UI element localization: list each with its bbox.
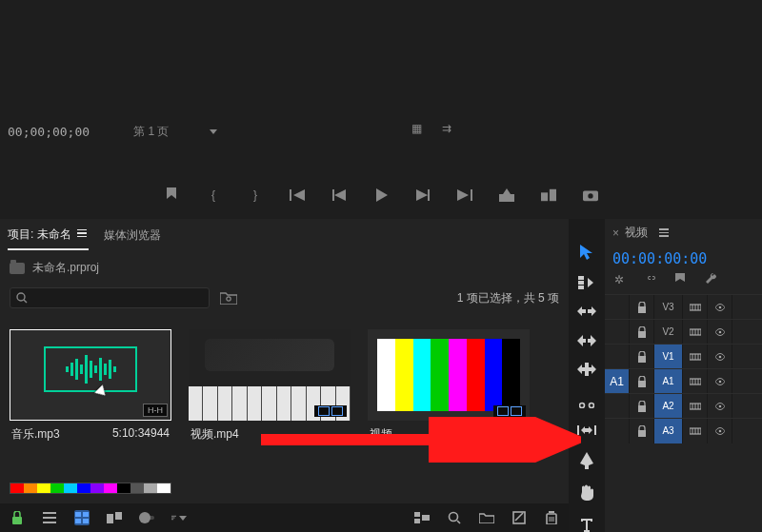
step-forward-icon[interactable]: [415, 187, 431, 204]
timeline-tab-label[interactable]: 视频: [625, 225, 648, 241]
toggle-output-icon[interactable]: [708, 369, 732, 394]
new-bin-icon[interactable]: [479, 510, 494, 525]
toggle-output-icon[interactable]: [708, 295, 732, 320]
insert-overwrite-icon[interactable]: [541, 187, 556, 204]
project-item-video[interactable]: 视频.mp4: [189, 329, 351, 448]
tool-razor[interactable]: [576, 391, 597, 408]
play-icon[interactable]: [373, 187, 389, 204]
tab-media-browser[interactable]: 媒体浏览器: [104, 227, 161, 250]
tool-type[interactable]: [576, 517, 597, 532]
source-patch[interactable]: [605, 419, 630, 443]
page-selector[interactable]: 第 1 页: [128, 122, 217, 142]
tool-rate-stretch[interactable]: [576, 363, 597, 376]
sync-lock-icon[interactable]: [683, 369, 708, 394]
snap-icon[interactable]: ✲: [614, 273, 628, 286]
page-selector-label: 第 1 页: [128, 122, 204, 142]
sync-lock-icon[interactable]: [683, 295, 708, 320]
tool-selection[interactable]: [576, 244, 597, 261]
find-icon[interactable]: [447, 510, 462, 525]
list-view-icon[interactable]: [42, 510, 57, 525]
new-item-icon[interactable]: [511, 510, 527, 525]
source-patch[interactable]: [605, 320, 630, 345]
menu-icon[interactable]: [77, 229, 89, 241]
marker-icon[interactable]: [164, 187, 179, 204]
track-label[interactable]: V2: [654, 320, 683, 345]
freeform-view-icon[interactable]: [107, 510, 122, 525]
step-back-icon[interactable]: [331, 187, 347, 204]
lock-icon[interactable]: [630, 394, 654, 419]
project-file-row: 未命名.prproj: [0, 254, 569, 282]
sort-icon[interactable]: [171, 510, 187, 525]
timeline-timecode[interactable]: 00:00:00:00: [605, 246, 762, 271]
svg-point-36: [580, 403, 585, 407]
svg-rect-12: [75, 512, 81, 517]
sync-lock-icon[interactable]: [683, 345, 708, 369]
lock-icon[interactable]: [630, 320, 654, 345]
wrench-icon[interactable]: [706, 273, 719, 286]
mark-in-icon[interactable]: {: [206, 187, 221, 204]
tool-rolling-edit[interactable]: [576, 333, 597, 346]
tool-slip[interactable]: [576, 424, 597, 437]
source-patch[interactable]: [605, 295, 630, 320]
export-frame-icon[interactable]: [583, 187, 598, 204]
track-label[interactable]: V3: [654, 295, 683, 320]
track-label[interactable]: V1: [654, 345, 683, 369]
svg-line-25: [457, 521, 460, 523]
tool-pen[interactable]: [576, 452, 597, 469]
tool-hand[interactable]: [576, 484, 597, 502]
project-item-bars[interactable]: 视频 2:53:12: [368, 329, 530, 448]
svg-rect-33: [578, 276, 584, 280]
lock-icon[interactable]: [630, 345, 654, 369]
project-item-audio[interactable]: H-H 音乐.mp3 5:10:34944: [10, 329, 171, 448]
svg-rect-14: [75, 519, 81, 523]
lift-icon[interactable]: [499, 187, 514, 204]
source-patch[interactable]: [605, 345, 630, 369]
svg-line-6: [24, 300, 27, 303]
toggle-output-icon[interactable]: [708, 345, 732, 369]
resolution-icon[interactable]: ▦: [410, 122, 423, 135]
svg-rect-46: [638, 331, 646, 338]
go-to-out-icon[interactable]: [457, 187, 472, 204]
toggle-output-icon[interactable]: [708, 419, 732, 443]
delete-icon[interactable]: [544, 510, 559, 525]
lock-icon[interactable]: [630, 295, 654, 320]
track-label[interactable]: A3: [654, 419, 683, 443]
audio-format-badge: H-H: [143, 404, 168, 417]
svg-rect-64: [638, 405, 646, 412]
monitor-timecode[interactable]: 00;00;00;00: [8, 125, 90, 139]
toggle-output-icon[interactable]: [708, 320, 732, 345]
project-file-name: 未命名.prproj: [32, 260, 99, 276]
sync-lock-icon[interactable]: [683, 419, 708, 443]
tool-ripple-edit[interactable]: [576, 305, 597, 318]
lock-icon[interactable]: [10, 510, 25, 525]
toggle-output-icon[interactable]: [708, 394, 732, 419]
marker-add-icon[interactable]: [675, 273, 689, 286]
tool-track-select[interactable]: [576, 276, 597, 289]
track-label[interactable]: A1: [654, 369, 683, 394]
loop-icon[interactable]: ⇉: [440, 122, 453, 135]
search-row: 1 项已选择，共 5 项: [0, 282, 569, 314]
audio-wave-icon: [44, 346, 137, 392]
source-patch[interactable]: A1: [605, 369, 630, 394]
icon-view-icon[interactable]: [74, 510, 90, 525]
new-search-bin-icon[interactable]: [219, 289, 238, 306]
search-input[interactable]: [10, 287, 210, 308]
svg-rect-15: [83, 519, 89, 523]
sync-lock-icon[interactable]: [683, 394, 708, 419]
tab-project[interactable]: 项目: 未命名: [8, 227, 89, 250]
track-label[interactable]: A2: [654, 394, 683, 419]
zoom-slider[interactable]: [139, 510, 154, 525]
svg-rect-38: [577, 425, 579, 435]
sync-lock-icon[interactable]: [683, 320, 708, 345]
mark-out-icon[interactable]: }: [248, 187, 263, 204]
tab-project-label: 项目: 未命名: [8, 227, 71, 243]
lock-icon[interactable]: [630, 369, 654, 394]
link-icon[interactable]: [645, 273, 658, 286]
go-to-in-icon[interactable]: [290, 187, 305, 204]
automate-icon[interactable]: [414, 510, 430, 525]
svg-rect-23: [422, 515, 430, 521]
lock-icon[interactable]: [630, 419, 654, 443]
close-icon[interactable]: ×: [612, 227, 619, 240]
source-patch[interactable]: [605, 394, 630, 419]
menu-icon[interactable]: [659, 228, 671, 237]
